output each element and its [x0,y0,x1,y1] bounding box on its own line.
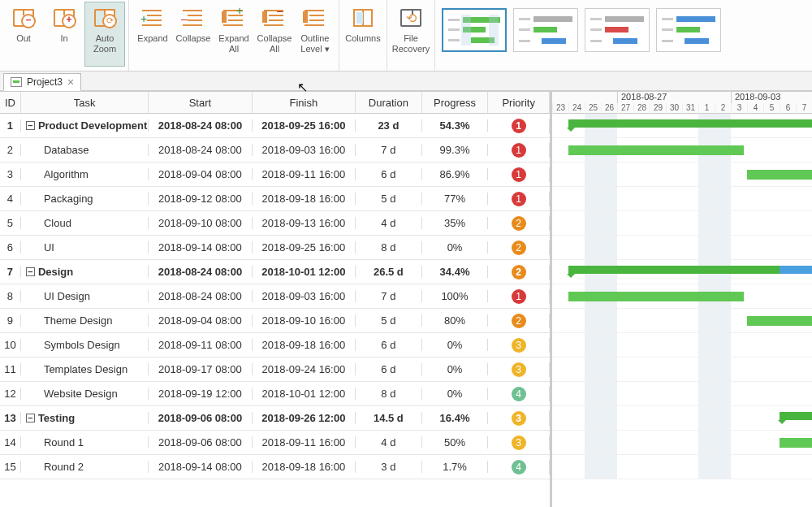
gantt-row[interactable] [552,162,812,187]
task-bar[interactable] [747,170,812,180]
cell-start[interactable]: 2018-08-24 08:00 [149,290,252,302]
cell-duration[interactable]: 6 d [356,168,422,180]
collapse-button[interactable]: – Collapse [173,2,214,67]
cell-priority[interactable]: 1 [488,289,550,304]
table-row[interactable]: 15Round 22018-09-14 08:002018-09-18 16:0… [0,455,550,479]
summary-bar[interactable] [568,119,812,128]
table-row[interactable]: 6UI2018-09-14 08:002018-09-25 16:008 d0%… [0,236,550,260]
cell-task[interactable]: –Product Development [21,119,149,132]
collapse-toggle[interactable]: – [26,121,35,130]
cell-priority[interactable]: 3 [488,436,550,450]
gantt-row[interactable] [552,284,812,309]
cell-start[interactable]: 2018-09-14 08:00 [149,241,252,254]
table-row[interactable]: 5Cloud2018-09-10 08:002018-09-13 16:004 … [0,211,550,236]
cell-finish[interactable]: 2018-09-11 16:00 [253,436,356,448]
table-row[interactable]: 9Theme Design2018-09-04 08:002018-09-10 … [0,309,550,333]
collapse-toggle[interactable]: – [26,267,35,276]
cell-progress[interactable]: 34.4% [422,266,489,278]
col-duration[interactable]: Duration [356,92,422,113]
table-row[interactable]: 2Database2018-08-24 08:002018-09-03 16:0… [0,138,550,162]
cell-finish[interactable]: 2018-10-01 12:00 [253,266,356,278]
cell-progress[interactable]: 86.9% [422,168,489,180]
table-row[interactable]: 1–Product Development2018-08-24 08:00201… [0,114,550,138]
cell-start[interactable]: 2018-09-10 08:00 [149,217,252,229]
cell-finish[interactable]: 2018-09-24 16:00 [253,363,356,375]
table-row[interactable]: 14Round 12018-09-06 08:002018-09-11 16:0… [0,431,550,455]
gantt-row[interactable] [552,431,812,455]
cell-progress[interactable]: 35% [422,217,489,229]
cell-start[interactable]: 2018-09-04 08:00 [149,168,252,180]
table-row[interactable]: 4Packaging2018-09-12 08:002018-09-18 16:… [0,187,550,211]
cell-duration[interactable]: 7 d [356,144,422,156]
cell-task[interactable]: –Design [21,266,149,278]
cell-task[interactable]: Theme Design [21,314,149,327]
cell-start[interactable]: 2018-08-24 08:00 [149,119,252,132]
gantt-row[interactable] [552,260,812,284]
cell-priority[interactable]: 3 [488,338,550,353]
cell-progress[interactable]: 0% [422,241,489,254]
cell-finish[interactable]: 2018-09-25 16:00 [253,119,356,132]
cell-progress[interactable]: 100% [422,290,489,302]
columns-button[interactable]: Columns [343,2,383,67]
cell-start[interactable]: 2018-09-19 12:00 [149,388,252,400]
cell-priority[interactable]: 2 [488,240,550,255]
gantt-row[interactable] [552,211,812,236]
file-recovery-button[interactable]: File Recovery [391,2,431,67]
cell-priority[interactable]: 2 [488,314,550,328]
cell-finish[interactable]: 2018-09-13 16:00 [253,217,356,229]
cell-start[interactable]: 2018-08-24 08:00 [149,144,252,156]
cell-task[interactable]: Packaging [21,193,149,205]
cell-duration[interactable]: 26.5 d [356,266,422,278]
gantt-row[interactable] [552,309,812,333]
style-preset-1[interactable] [442,8,507,52]
cell-priority[interactable]: 3 [488,362,550,377]
gantt-row[interactable] [552,406,812,431]
col-start[interactable]: Start [149,92,252,113]
style-preset-3[interactable] [585,8,650,52]
cell-finish[interactable]: 2018-09-03 16:00 [253,144,356,156]
cell-priority[interactable]: 1 [488,119,550,133]
style-preset-4[interactable] [656,8,721,52]
cell-duration[interactable]: 5 d [356,314,422,327]
cell-task[interactable]: Algorithm [21,168,149,180]
cell-priority[interactable]: 3 [488,411,550,426]
cell-duration[interactable]: 3 d [356,461,422,473]
cell-finish[interactable]: 2018-09-25 16:00 [253,241,356,254]
gantt-row[interactable] [552,333,812,358]
cell-priority[interactable]: 2 [488,265,550,280]
outline-level-button[interactable]: Outline Level ▾ [295,2,335,67]
cell-priority[interactable]: 1 [488,167,550,182]
tab-close-button[interactable]: × [67,76,74,88]
gantt-row[interactable] [552,236,812,260]
expand-button[interactable]: + Expand [132,2,173,67]
task-bar[interactable] [568,145,744,155]
cell-priority[interactable]: 1 [488,192,550,206]
col-finish[interactable]: Finish [253,92,356,113]
cell-finish[interactable]: 2018-09-18 16:00 [253,193,356,205]
cell-progress[interactable]: 1.7% [422,461,489,473]
cell-start[interactable]: 2018-09-12 08:00 [149,193,252,205]
cell-duration[interactable]: 14.5 d [356,412,422,424]
cell-finish[interactable]: 2018-09-03 16:00 [253,290,356,302]
col-id[interactable]: ID [0,92,21,113]
cell-progress[interactable]: 0% [422,339,489,351]
cell-duration[interactable]: 4 d [356,436,422,448]
cell-duration[interactable]: 8 d [356,241,422,254]
collapse-all-button[interactable]: – Collapse All [254,2,295,67]
cell-start[interactable]: 2018-09-14 08:00 [149,461,252,473]
task-bar[interactable] [747,316,812,326]
cell-duration[interactable]: 7 d [356,290,422,302]
cell-task[interactable]: Templates Design [21,363,149,375]
task-bar[interactable] [780,438,812,448]
cell-progress[interactable]: 0% [422,363,489,375]
cell-duration[interactable]: 8 d [356,388,422,400]
table-row[interactable]: 7–Design2018-08-24 08:002018-10-01 12:00… [0,260,550,284]
table-row[interactable]: 8UI Design2018-08-24 08:002018-09-03 16:… [0,284,550,309]
gantt-row[interactable] [552,382,812,406]
table-row[interactable]: 13–Testing2018-09-06 08:002018-09-26 12:… [0,406,550,431]
cell-progress[interactable]: 54.3% [422,119,489,132]
expand-all-button[interactable]: + Expand All [214,2,254,67]
cell-progress[interactable]: 99.3% [422,144,489,156]
cell-duration[interactable]: 23 d [356,119,422,132]
cell-task[interactable]: Round 2 [21,461,149,473]
